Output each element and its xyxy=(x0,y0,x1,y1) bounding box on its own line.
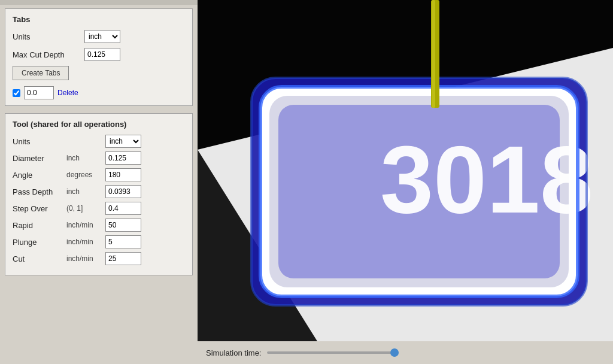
tool-units-select[interactable]: inch mm xyxy=(105,135,141,148)
tool-cut-label: Cut xyxy=(13,254,66,263)
tool-diameter-label: Diameter xyxy=(13,154,66,163)
svg-text:3018: 3018 xyxy=(380,126,593,233)
tool-plunge-label: Plunge xyxy=(13,238,66,247)
tool-cut-row: Cut inch/min xyxy=(13,252,185,265)
tool-pass-depth-input[interactable] xyxy=(105,185,141,198)
tool-rapid-row: Rapid inch/min xyxy=(13,219,185,232)
tool-plunge-input[interactable] xyxy=(105,235,141,248)
tool-step-over-row: Step Over (0, 1] xyxy=(13,202,185,215)
tool-plunge-row: Plunge inch/min xyxy=(13,235,185,248)
sim-slider-thumb[interactable] xyxy=(390,348,399,357)
scene-svg: 3018 xyxy=(198,0,613,341)
sim-slider-track[interactable] xyxy=(267,351,399,354)
tool-section: Tool (shared for all operations) Units i… xyxy=(5,113,193,275)
tabs-units-row: Units inch mm xyxy=(13,30,185,43)
tool-step-over-label: Step Over xyxy=(13,204,66,213)
tool-units-row: Units inch mm xyxy=(13,135,185,148)
tool-angle-label: Angle xyxy=(13,171,66,180)
tool-pass-depth-row: Pass Depth inch xyxy=(13,185,185,198)
tool-diameter-input[interactable] xyxy=(105,151,141,165)
tool-angle-unit: degrees xyxy=(66,171,105,179)
tab-entry-checkbox[interactable] xyxy=(13,89,20,97)
simulation-label: Simulation time: xyxy=(206,348,261,357)
tool-pass-depth-unit: inch xyxy=(66,187,105,196)
tool-diameter-row: Diameter inch xyxy=(13,151,185,165)
right-panel: 3018 Simulation time: xyxy=(198,0,613,364)
tabs-max-cut-depth-input[interactable] xyxy=(84,48,120,61)
tool-cut-unit: inch/min xyxy=(66,254,105,263)
tool-angle-row: Angle degrees xyxy=(13,168,185,181)
tool-rapid-label: Rapid xyxy=(13,221,66,230)
tabs-section: Tabs Units inch mm Max Cut Depth Create … xyxy=(5,8,193,106)
tab-entry-input[interactable] xyxy=(24,86,54,99)
svg-rect-11 xyxy=(432,0,435,108)
tool-cut-input[interactable] xyxy=(105,252,141,265)
sim-controls: Simulation time: xyxy=(198,341,613,364)
left-panel: Tabs Units inch mm Max Cut Depth Create … xyxy=(0,0,198,364)
tool-diameter-unit: inch xyxy=(66,154,105,162)
tool-pass-depth-label: Pass Depth xyxy=(13,187,66,196)
tabs-max-cut-depth-row: Max Cut Depth xyxy=(13,48,185,61)
tool-units-label: Units xyxy=(13,137,66,146)
tabs-units-select[interactable]: inch mm xyxy=(84,30,120,43)
tool-plunge-unit: inch/min xyxy=(66,238,105,246)
create-tabs-button[interactable]: Create Tabs xyxy=(13,66,69,80)
tool-angle-input[interactable] xyxy=(105,168,141,181)
tool-rapid-unit: inch/min xyxy=(66,221,105,229)
viewport: 3018 xyxy=(198,0,613,341)
tabs-section-title: Tabs xyxy=(13,15,185,24)
tabs-max-cut-depth-label: Max Cut Depth xyxy=(13,50,84,59)
tool-rapid-input[interactable] xyxy=(105,219,141,232)
tab-delete-link[interactable]: Delete xyxy=(57,89,78,97)
tool-step-over-unit: (0, 1] xyxy=(66,204,105,213)
tab-entry-row: Delete xyxy=(13,86,185,99)
tabs-units-label: Units xyxy=(13,32,84,41)
tool-step-over-input[interactable] xyxy=(105,202,141,215)
tool-section-title: Tool (shared for all operations) xyxy=(13,120,185,129)
